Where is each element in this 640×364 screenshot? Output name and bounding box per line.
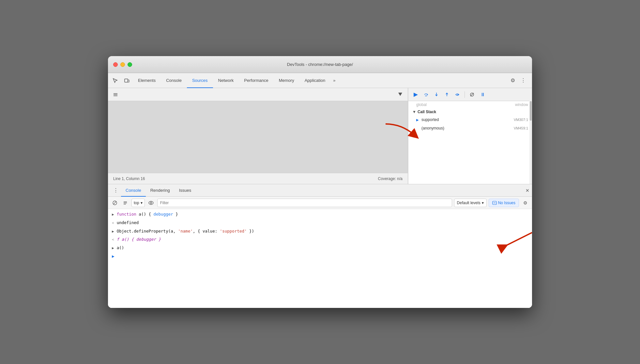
- levels-dropdown-icon: ▾: [482, 201, 484, 205]
- svg-rect-15: [124, 202, 127, 202]
- tab-network[interactable]: Network: [213, 73, 239, 88]
- toolbar-divider: [465, 91, 465, 98]
- svg-line-14: [114, 201, 116, 204]
- tab-issues[interactable]: Issues: [175, 185, 196, 197]
- callstack-current-icon: ▶: [416, 118, 419, 122]
- window-title: DevTools - chrome://new-tab-page/: [287, 62, 353, 67]
- tab-elements[interactable]: Elements: [133, 73, 161, 88]
- callstack-item-supported[interactable]: ▶ supported VM307:1: [408, 115, 532, 124]
- traffic-lights: [113, 62, 132, 67]
- console-prompt[interactable]: ▶: [108, 252, 532, 260]
- clear-log-button[interactable]: [121, 199, 130, 207]
- callstack-item-anonymous[interactable]: ▶ (anonymous) VM459:1: [408, 124, 532, 132]
- scrollbar-track[interactable]: [529, 88, 532, 184]
- close-button[interactable]: [113, 62, 118, 67]
- svg-rect-2: [114, 93, 117, 94]
- svg-rect-3: [114, 94, 117, 95]
- device-toggle-icon[interactable]: [121, 73, 133, 88]
- expand-arrow-3[interactable]: ▶: [112, 229, 114, 235]
- console-settings-button[interactable]: ⚙: [521, 199, 529, 207]
- toolbar-right: ⚙ ⋮: [505, 73, 531, 88]
- callstack-collapse-icon: ▼: [412, 110, 416, 114]
- debugger-panel: ▶ ⏸: [408, 88, 532, 184]
- callstack-header[interactable]: ▼ Call Stack: [408, 108, 532, 115]
- scrollbar-thumb[interactable]: [530, 101, 532, 121]
- console-close-button[interactable]: ✕: [526, 188, 529, 193]
- callstack-icon: ▶: [416, 127, 419, 130]
- svg-rect-4: [114, 96, 117, 96]
- main-content: Line 1, Column 16 Coverage: n/a ▶: [108, 88, 532, 184]
- tab-console-bottom[interactable]: Console: [121, 185, 146, 197]
- devtools-window: DevTools - chrome://new-tab-page/ Elemen…: [108, 56, 532, 308]
- svg-point-18: [149, 201, 153, 205]
- devtools-tab-bar: Elements Console Sources Network Perform…: [108, 73, 532, 88]
- svg-point-19: [150, 202, 152, 204]
- coverage-status: Coverage: n/a: [378, 176, 403, 181]
- status-bar: Line 1, Column 16 Coverage: n/a: [108, 173, 408, 184]
- result-arrow-4: <: [112, 237, 114, 243]
- tab-performance[interactable]: Performance: [239, 73, 273, 88]
- maximize-button[interactable]: [128, 62, 132, 67]
- inspect-icon[interactable]: [109, 73, 121, 88]
- console-more-button[interactable]: ⋮: [111, 184, 121, 196]
- console-toolbar: top ▾ Default levels ▾ No Issues ⚙: [108, 197, 532, 209]
- step-into-button[interactable]: [432, 90, 441, 99]
- console-line-4: < f a() { debugger }: [108, 235, 532, 244]
- clear-console-button[interactable]: [111, 199, 119, 207]
- tab-memory[interactable]: Memory: [274, 73, 299, 88]
- context-selector[interactable]: top ▾: [131, 199, 145, 207]
- expand-arrow-5[interactable]: ▶: [112, 246, 114, 251]
- svg-rect-0: [125, 79, 128, 82]
- callstack-blurred-row: global window: [408, 101, 532, 108]
- more-options-button[interactable]: ⋮: [518, 76, 528, 85]
- console-area: ⋮ Console Rendering Issues ✕: [108, 184, 532, 308]
- sources-panel: Line 1, Column 16 Coverage: n/a: [108, 88, 408, 184]
- svg-rect-17: [124, 204, 126, 205]
- console-line-3: ▶ Object.defineProperty(a, 'name' , { va…: [108, 227, 532, 236]
- eye-button[interactable]: [147, 199, 155, 207]
- sources-toolbar: [108, 88, 408, 101]
- tab-spacer: [338, 73, 505, 88]
- tab-application[interactable]: Application: [299, 73, 331, 88]
- resume-button[interactable]: ▶: [411, 90, 420, 99]
- console-line-2: < undefined: [108, 219, 532, 227]
- tab-sources[interactable]: Sources: [187, 73, 213, 88]
- no-issues-button[interactable]: No Issues: [489, 199, 519, 207]
- tab-console[interactable]: Console: [161, 73, 187, 88]
- deactivate-breakpoints-button[interactable]: [467, 90, 477, 99]
- step-button[interactable]: [453, 90, 462, 99]
- svg-rect-16: [124, 203, 127, 203]
- sidebar-toggle-button[interactable]: [111, 90, 120, 99]
- filter-input[interactable]: [157, 199, 452, 207]
- step-over-button[interactable]: [421, 90, 431, 99]
- settings-button[interactable]: ⚙: [508, 76, 518, 85]
- svg-marker-5: [398, 93, 402, 96]
- debugger-toolbar: ▶ ⏸: [408, 88, 532, 101]
- console-tab-bar: ⋮ Console Rendering Issues ✕: [108, 184, 532, 197]
- log-levels-button[interactable]: Default levels ▾: [454, 199, 487, 207]
- ctx-dropdown-icon: ▾: [141, 201, 143, 205]
- minimize-button[interactable]: [120, 62, 125, 67]
- prompt-arrow: ▶: [112, 254, 114, 259]
- console-line-5: ▶ a(): [108, 244, 532, 252]
- tab-rendering[interactable]: Rendering: [146, 185, 175, 197]
- title-bar: DevTools - chrome://new-tab-page/: [108, 56, 532, 73]
- cursor-position: Line 1, Column 16: [113, 176, 378, 181]
- expand-arrow-1[interactable]: ▶: [112, 212, 114, 218]
- step-out-button[interactable]: [442, 90, 451, 99]
- sources-more-button[interactable]: [395, 90, 405, 99]
- pause-on-exceptions-button[interactable]: ⏸: [478, 90, 487, 99]
- result-arrow-2: <: [112, 220, 114, 226]
- devtools-panel: Elements Console Sources Network Perform…: [108, 73, 532, 308]
- tab-more-button[interactable]: »: [330, 73, 338, 88]
- console-line-1: ▶ function a() { debugger }: [108, 210, 532, 219]
- sources-content-area: [108, 101, 408, 173]
- console-output: ▶ function a() { debugger } < undefined …: [108, 209, 532, 308]
